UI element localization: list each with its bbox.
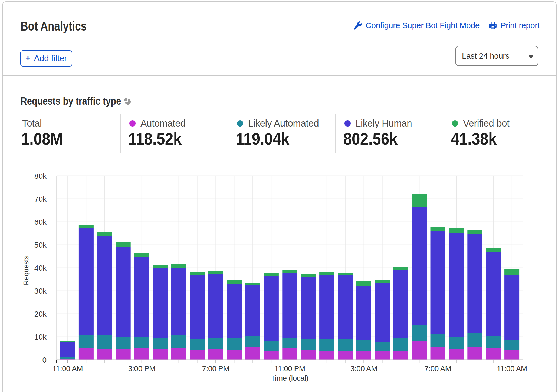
svg-text:7:00 PM: 7:00 PM — [202, 364, 229, 373]
svg-text:11:00 PM: 11:00 PM — [274, 364, 305, 373]
svg-text:Time (local): Time (local) — [271, 374, 308, 382]
svg-text:3:00 AM: 3:00 AM — [350, 364, 377, 373]
svg-text:40k: 40k — [34, 264, 47, 272]
svg-text:30k: 30k — [34, 287, 47, 295]
svg-text:80k: 80k — [34, 172, 47, 180]
svg-text:11:00 AM: 11:00 AM — [52, 364, 83, 373]
svg-text:50k: 50k — [34, 241, 47, 249]
svg-text:0: 0 — [42, 356, 47, 364]
svg-text:3:00 PM: 3:00 PM — [128, 364, 155, 373]
svg-text:20k: 20k — [34, 310, 47, 318]
svg-text:7:00 AM: 7:00 AM — [424, 364, 451, 373]
svg-text:70k: 70k — [34, 195, 47, 203]
svg-text:11:00 AM: 11:00 AM — [497, 364, 527, 373]
svg-text:60k: 60k — [34, 218, 47, 226]
svg-text:Requests: Requests — [22, 255, 30, 285]
svg-text:10k: 10k — [34, 333, 47, 341]
